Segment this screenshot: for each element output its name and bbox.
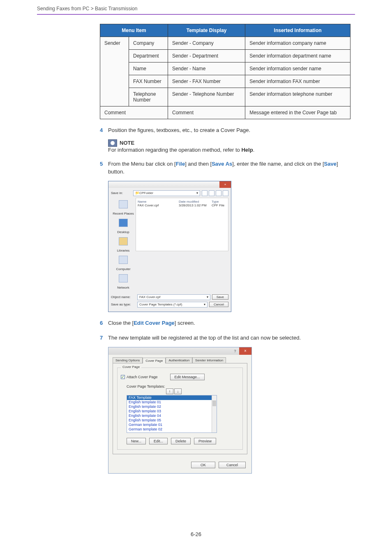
save-type-label: Save as type: <box>111 303 136 306</box>
settings-dialog: ? × Sending Options Cover Page Authentic… <box>108 347 252 474</box>
cell-template: Sender - Telephone Number <box>168 88 245 106</box>
places-sidebar[interactable]: Recent Places Desktop Libraries Computer… <box>111 198 136 292</box>
list-item[interactable]: FAX Template <box>127 395 217 400</box>
cell-sender: Sender <box>100 37 129 106</box>
computer-icon[interactable] <box>119 256 128 264</box>
move-down-button[interactable]: ↓ <box>174 388 182 394</box>
page-number: 6-26 <box>37 531 355 537</box>
save-button[interactable]: Save <box>212 294 228 300</box>
save-as-dialog: × Save in: 📁 CPFolder ▾ Recent Places De… <box>108 181 231 312</box>
libraries-icon[interactable] <box>119 237 128 245</box>
cancel-button[interactable]: Cancel <box>209 302 228 307</box>
cell-inserted: Message entered in the Cover Page tab <box>245 106 350 119</box>
cell-company: Company <box>129 37 168 50</box>
templates-listbox[interactable]: FAX Template English template 01 English… <box>127 395 217 433</box>
edit-message-button[interactable]: Edit Message... <box>170 374 205 380</box>
ok-button[interactable]: OK <box>191 462 215 468</box>
col-template-display: Template Display <box>168 24 245 37</box>
header-rule <box>37 14 355 15</box>
note-label: NOTE <box>120 140 134 146</box>
save-type-dropdown[interactable]: Cover Page Templates (*.cpf)▾ <box>137 302 208 308</box>
tab-cover-page[interactable]: Cover Page <box>143 358 166 363</box>
recent-places-icon[interactable] <box>119 200 128 208</box>
col-menu-item: Menu Item <box>100 24 168 37</box>
cell-inserted: Sender information department name <box>245 50 350 62</box>
step-number: 4 <box>100 127 108 134</box>
scrollbar[interactable] <box>212 395 217 432</box>
preview-button[interactable]: Preview <box>194 438 216 444</box>
cell-template: Sender - Name <box>168 62 245 75</box>
close-icon[interactable]: × <box>219 181 231 188</box>
cell-inserted: Sender information sender name <box>245 62 350 75</box>
move-up-button[interactable]: ↑ <box>166 388 173 394</box>
desktop-icon[interactable] <box>119 219 128 227</box>
help-icon[interactable]: ? <box>231 347 239 355</box>
list-item[interactable]: English template 01 <box>127 400 217 405</box>
breadcrumb: Sending Faxes from PC > Basic Transmissi… <box>37 4 355 14</box>
step-number: 6 <box>100 319 108 327</box>
note-text: For information regarding the operation … <box>108 147 350 153</box>
note-icon <box>108 139 117 147</box>
cell-fax-number: FAX Number <box>129 75 168 88</box>
cancel-button[interactable]: Cancel <box>219 462 246 468</box>
cell-inserted: Sender information company name <box>245 37 350 50</box>
step-number: 5 <box>100 160 108 176</box>
savein-label: Save in: <box>111 191 131 195</box>
cell-template: Sender - Department <box>168 50 245 62</box>
edit-button[interactable]: Edit... <box>149 438 168 444</box>
group-title: Cover Page <box>121 365 141 369</box>
cell-inserted: Sender information FAX number <box>245 75 350 88</box>
cell-name: Name <box>129 62 168 75</box>
cell-telephone-number: Telephone Number <box>129 88 168 106</box>
step-text: The new template will be registered at t… <box>108 334 350 342</box>
list-item[interactable]: English template 03 <box>127 409 217 414</box>
list-item[interactable]: German template 01 <box>127 423 217 427</box>
menu-table: Menu Item Template Display Inserted Info… <box>100 24 350 119</box>
list-item[interactable]: English template 05 <box>127 418 217 423</box>
step-text: Close the [Edit Cover Page] screen. <box>108 319 350 327</box>
file-list[interactable]: Name Date modified Type FAX Cover.cpf 3/… <box>136 198 228 251</box>
templates-label: Cover Page Templates: <box>127 384 239 388</box>
cell-template: Sender - FAX Number <box>168 75 245 88</box>
cell-template: Sender - Company <box>168 37 245 50</box>
tab-authentication[interactable]: Authentication <box>166 357 192 363</box>
close-icon[interactable]: × <box>239 347 251 355</box>
step-text: From the Menu bar click on [File] and th… <box>108 160 350 176</box>
delete-button[interactable]: Delete <box>171 438 191 444</box>
tab-sender-information[interactable]: Sender Information <box>192 357 226 363</box>
new-button[interactable]: New... <box>127 438 146 444</box>
cell-inserted: Sender information telephone number <box>245 88 350 106</box>
network-icon[interactable] <box>119 274 128 282</box>
toolbar-icons[interactable] <box>202 190 228 196</box>
object-name-input[interactable]: FAX Cover.cpf▾ <box>137 294 210 300</box>
cell-comment: Comment <box>100 106 168 119</box>
cell-template: Comment <box>168 106 245 119</box>
list-item[interactable]: English template 04 <box>127 414 217 418</box>
file-item[interactable]: FAX Cover.cpf <box>138 204 179 207</box>
savein-dropdown[interactable]: 📁 CPFolder ▾ <box>133 190 200 196</box>
list-item[interactable]: German template 02 <box>127 427 217 432</box>
object-name-label: Object name: <box>111 295 136 299</box>
tab-sending-options[interactable]: Sending Options <box>113 357 143 363</box>
step-text: Position the figures, textboxes, etc., t… <box>108 127 350 134</box>
step-number: 7 <box>100 334 108 342</box>
cell-department: Department <box>129 50 168 62</box>
attach-cover-page-checkbox[interactable]: ✓Attach Cover Page <box>121 375 158 379</box>
list-item[interactable]: English template 02 <box>127 405 217 409</box>
col-inserted-info: Inserted Information <box>245 24 350 37</box>
